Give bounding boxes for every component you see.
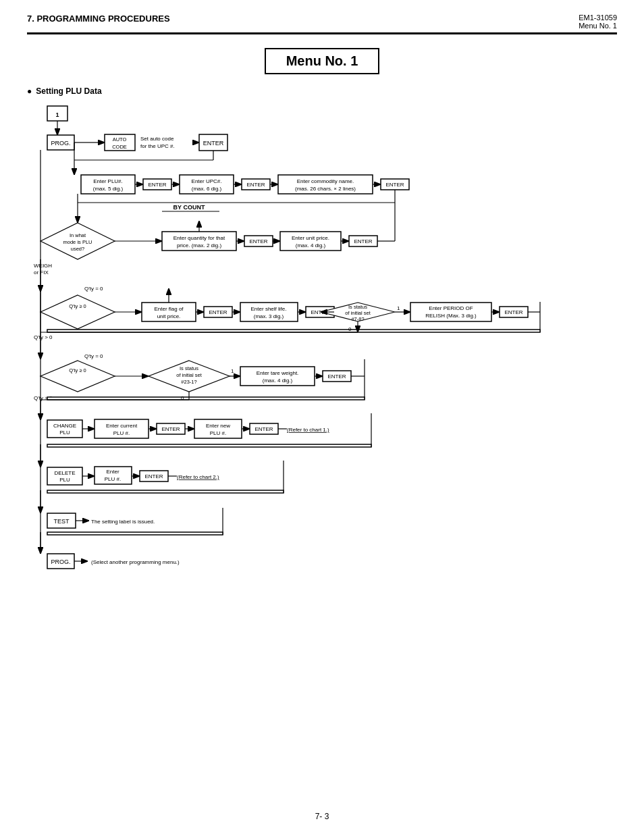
setting-label: ●Setting PLU Data [27, 86, 617, 96]
svg-text:Enter PERIOD OF: Enter PERIOD OF [429, 305, 473, 311]
svg-text:The setting label is issued.: The setting label is issued. [91, 519, 155, 525]
svg-text:for the UPC #.: for the UPC #. [140, 143, 175, 149]
svg-text:Q'ty ≥ 0: Q'ty ≥ 0 [69, 303, 86, 309]
svg-text:CODE: CODE [112, 144, 127, 150]
svg-text:ENTER: ENTER [504, 309, 522, 315]
svg-text:ENTER: ENTER [246, 182, 265, 188]
svg-text:(max. 6 dig.): (max. 6 dig.) [192, 186, 222, 192]
svg-text:Enter flag of: Enter flag of [154, 306, 184, 312]
svg-text:Enter shelf life.: Enter shelf life. [251, 306, 287, 312]
svg-text:TEST: TEST [53, 518, 70, 525]
svg-text:Enter PLU#.: Enter PLU#. [93, 178, 123, 184]
bullet-icon: ● [27, 86, 32, 96]
svg-text:PLU #.: PLU #. [105, 476, 121, 482]
svg-text:RELISH  (Max. 3 dig.): RELISH (Max. 3 dig.) [425, 313, 477, 319]
svg-text:(Refer to chart 2.): (Refer to chart 2.) [177, 474, 219, 480]
svg-text:DELETE: DELETE [54, 470, 75, 476]
svg-text:Enter new: Enter new [206, 423, 230, 429]
svg-text:(Refer to chart 1.): (Refer to chart 1.) [287, 427, 329, 433]
header-right: EM1-31059 Menu No. 1 [579, 14, 617, 30]
svg-text:0: 0 [348, 326, 352, 332]
svg-text:(mas. 26 chars. × 2 lines): (mas. 26 chars. × 2 lines) [295, 186, 356, 192]
svg-text:Q'ty = 0: Q'ty = 0 [84, 286, 103, 292]
svg-text:(max. 5 dig.): (max. 5 dig.) [93, 186, 124, 192]
menu-title: Menu No. 1 [265, 48, 380, 74]
svg-text:Is status: Is status [180, 365, 198, 371]
svg-text:PROG.: PROG. [51, 558, 70, 565]
svg-text:ENTER: ENTER [385, 182, 404, 188]
menu-title-box: Menu No. 1 [27, 48, 617, 74]
svg-text:ENTER: ENTER [209, 309, 227, 315]
svg-text:Enter: Enter [106, 469, 119, 475]
svg-text:(max. 4 dig.): (max. 4 dig.) [296, 242, 326, 249]
svg-text:ENTER: ENTER [327, 373, 346, 380]
svg-text:BY COUNT: BY COUNT [173, 204, 205, 211]
svg-text:PROG.: PROG. [51, 140, 70, 147]
svg-text:ENTER: ENTER [148, 182, 166, 188]
svg-text:Is status: Is status [348, 304, 367, 310]
page-container: 7. PROGRAMMING PROCEDURES EM1-31059 Menu… [27, 14, 617, 821]
svg-text:Enter commodity name.: Enter commodity name. [297, 178, 354, 184]
svg-text:Q'ty > 0: Q'ty > 0 [34, 334, 53, 340]
svg-text:of initial set: of initial set [345, 310, 371, 316]
svg-text:CHANGE: CHANGE [53, 423, 76, 429]
svg-text:price.  (max. 2 dig.): price. (max. 2 dig.) [177, 242, 222, 249]
svg-text:unit price.: unit price. [157, 313, 181, 319]
doc-number: EM1-31059 [579, 14, 617, 22]
svg-text:mode is PLU: mode is PLU [63, 239, 92, 245]
svg-text:Enter UPC#.: Enter UPC#. [192, 178, 222, 184]
svg-text:ENTER: ENTER [144, 473, 163, 479]
svg-text:or FIX: or FIX [34, 269, 49, 276]
svg-text:Q'ty ≥ 0: Q'ty ≥ 0 [69, 367, 86, 373]
svg-marker-113 [41, 361, 115, 392]
svg-text:Enter current: Enter current [106, 423, 138, 429]
svg-text:PLU #.: PLU #. [113, 430, 130, 436]
menu-ref: Menu No. 1 [579, 22, 617, 30]
svg-text:used?: used? [71, 246, 84, 252]
svg-rect-178 [47, 532, 223, 535]
svg-text:(max. 4 dig.): (max. 4 dig.) [263, 377, 293, 384]
svg-text:(max. 3 dig.): (max. 3 dig.) [254, 313, 284, 319]
svg-marker-74 [41, 295, 115, 329]
page-header: 7. PROGRAMMING PROCEDURES EM1-31059 Menu… [27, 14, 617, 30]
svg-text:ENTER: ENTER [354, 238, 372, 244]
svg-text:Enter tare weight.: Enter tare weight. [257, 370, 299, 376]
svg-text:AUTO: AUTO [113, 136, 127, 142]
svg-text:1: 1 [231, 368, 234, 374]
svg-text:ENTER: ENTER [249, 238, 267, 244]
section-title: 7. PROGRAMMING PROCEDURES [27, 14, 170, 24]
flowchart: text { font-family: Arial, Helvetica, sa… [27, 103, 628, 791]
svg-rect-171 [47, 490, 284, 493]
page-footer: 7- 3 [27, 812, 617, 821]
svg-text:PLU #.: PLU #. [210, 430, 226, 436]
svg-text:#7-8?: #7-8? [351, 316, 364, 322]
svg-text:1: 1 [55, 111, 59, 118]
flowchart-svg: text { font-family: Arial, Helvetica, sa… [27, 103, 628, 791]
svg-text:(Select another programming me: (Select another programming menu.) [91, 559, 180, 565]
svg-text:Set auto code: Set auto code [140, 136, 174, 142]
svg-rect-156 [47, 444, 371, 447]
svg-text:ENTER: ENTER [254, 426, 273, 432]
svg-text:PLU: PLU [59, 477, 70, 483]
svg-text:PLU: PLU [59, 429, 70, 436]
svg-text:#23-1?: #23-1? [181, 379, 196, 385]
svg-text:ENTER: ENTER [161, 426, 180, 432]
svg-text:of initial set: of initial set [176, 372, 202, 378]
svg-text:ENTER: ENTER [203, 140, 224, 147]
svg-text:Q'ty = 0: Q'ty = 0 [84, 353, 103, 359]
svg-text:Enter quantity for that: Enter quantity for that [173, 235, 225, 241]
svg-text:In what: In what [70, 232, 86, 238]
svg-text:WEIGH: WEIGH [34, 263, 52, 269]
divider [27, 32, 617, 34]
svg-text:0: 0 [181, 395, 184, 401]
svg-text:Enter unit price.: Enter unit price. [292, 235, 329, 241]
svg-text:1: 1 [397, 305, 400, 311]
